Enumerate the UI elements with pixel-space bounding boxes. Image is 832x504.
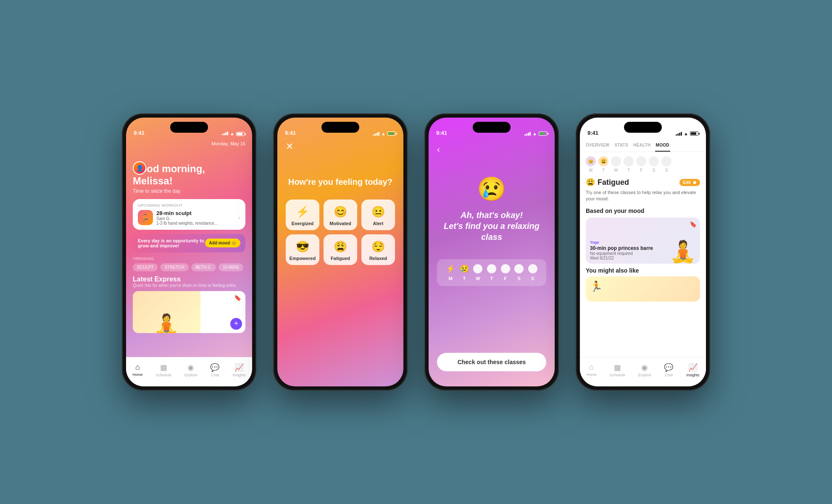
p4-nav-explore[interactable]: ◉ Explore	[638, 363, 651, 377]
week-days: M T W T F S S	[444, 276, 540, 281]
phone2-content: ✕ How're you feeling today? ⚡ Energized …	[277, 138, 403, 386]
week-dot-m: 😊	[586, 156, 596, 166]
p4-nav-chat[interactable]: 💬 Chat	[664, 363, 673, 377]
p4-nav-insights[interactable]: 📈 Insights	[686, 363, 699, 377]
mood-alert[interactable]: 😐 Alert	[361, 200, 395, 230]
edit-mood-button[interactable]: Edit ⏺	[679, 179, 700, 186]
latest-title: Latest Express	[133, 276, 245, 283]
p4-schedule-icon: ▦	[614, 363, 621, 372]
fatigued-emoji-big: 😩	[586, 178, 595, 187]
p4-nav-insights-label: Insights	[686, 373, 699, 377]
p4-day-t: T	[598, 168, 608, 173]
bookmark-class-icon[interactable]: 🔖	[690, 221, 697, 228]
phone1-content: 👤 Monday, May 16 Good morning, Melissa! …	[126, 138, 252, 386]
empowered-emoji: 😎	[296, 240, 309, 253]
p4-day-m: M	[586, 168, 596, 173]
also-card[interactable]: 🏃	[586, 276, 700, 302]
p4-nav-chat-label: Chat	[665, 373, 673, 377]
mood-banner-text: Every day is an opportunity to grow and …	[138, 238, 205, 248]
nav-insights[interactable]: 📈 Insights	[232, 363, 245, 377]
bookmark-icon[interactable]: 🔖	[234, 294, 241, 301]
time-1: 9:41	[134, 130, 145, 136]
mood-empowered[interactable]: 😎 Empowered	[286, 234, 319, 265]
class-name: 30-min pop princess barre	[590, 245, 696, 251]
mood-motivated[interactable]: 😊 Motivated	[324, 200, 357, 230]
relaxed-emoji: 😌	[371, 240, 385, 253]
status-icons-1: ▲	[222, 131, 245, 136]
day-w: W	[473, 276, 482, 281]
express-figure: 🧘	[154, 313, 179, 333]
p4-nav-schedule[interactable]: ▦ Schedule	[609, 363, 625, 377]
trending-label: TRENDING	[133, 257, 245, 261]
p4-insights-icon: 📈	[688, 363, 698, 372]
p4-nav-home[interactable]: ⌂ Home	[586, 363, 596, 377]
signal-icon-1	[222, 131, 228, 136]
phone-2: 9:41 ▲ ✕ How're you feeling today? ⚡ Ene…	[273, 113, 408, 391]
workout-info: 28-min sculpt Sam G. 1-3 lb hand weights…	[156, 210, 235, 226]
add-mood-icon: 😊	[231, 241, 236, 245]
dot-thu	[487, 264, 496, 273]
tag-bethc[interactable]: BETH C.	[191, 263, 216, 271]
week-day-labels: M T W T F S S	[586, 168, 700, 173]
back-button[interactable]: ‹	[437, 144, 440, 154]
fatigued-label-big: Fatigued	[598, 178, 629, 187]
close-button[interactable]: ✕	[286, 141, 293, 152]
week-dot-t2	[624, 156, 634, 166]
nav-insights-label: Insights	[232, 373, 245, 377]
nav-chat-label: Chat	[211, 373, 219, 377]
p4-nav-explore-label: Explore	[638, 373, 651, 377]
nav-schedule[interactable]: ▦ Schedule	[155, 363, 171, 377]
greeting-title: Good morning, Melissa!	[133, 163, 245, 187]
mood-energized[interactable]: ⚡ Energized	[286, 200, 319, 230]
tab-mood[interactable]: MOOD	[655, 141, 670, 152]
p4-day-s: S	[649, 168, 659, 173]
tag-10mins[interactable]: 10 MINS	[219, 263, 243, 271]
tab-health[interactable]: HEALTH	[632, 141, 652, 152]
current-mood-title: 😩 Fatigued	[586, 178, 629, 187]
nav-chat[interactable]: 💬 Chat	[210, 363, 219, 377]
time-3: 9:41	[436, 130, 447, 136]
tag-stretch[interactable]: STRETCH	[160, 263, 188, 271]
workout-card[interactable]: Upcoming workout 🏃 28-min sculpt Sam G. …	[133, 199, 245, 230]
tab-stats[interactable]: STATS	[613, 141, 629, 152]
nav-explore-label: Explore	[184, 373, 197, 377]
trending-tags: SCULPT STRETCH BETH C. 10 MINS	[133, 263, 245, 271]
tab-overview[interactable]: OVERVIEW	[585, 141, 610, 152]
class-card[interactable]: 🔖 🧘 Yoga 30-min pop princess barre No eq…	[586, 218, 700, 264]
week-mood-dots: 😊 😩	[586, 156, 700, 166]
wifi-icon-2: ▲	[381, 131, 386, 136]
mood-week-tracker: ⚡ 😢 M T W T F S S	[437, 259, 546, 286]
check-out-classes-button[interactable]: Check out these classes	[437, 353, 546, 371]
mood-relaxed[interactable]: 😌 Relaxed	[361, 234, 395, 265]
mood-dots: ⚡ 😢	[444, 264, 540, 273]
p4-day-f: F	[636, 168, 646, 173]
add-mood-button[interactable]: Add mood 😊	[205, 239, 240, 247]
nav-home-label: Home	[132, 373, 142, 377]
workout-title: 28-min sculpt	[156, 210, 235, 216]
relaxed-label: Relaxed	[369, 256, 387, 261]
mood-fatigued[interactable]: 😩 Fatigued	[324, 234, 357, 265]
phone4-content: OVERVIEW STATS HEALTH MOOD 😊 😩 M T	[580, 138, 706, 386]
bottom-nav-4: ⌂ Home ▦ Schedule ◉ Explore 💬 Chat 📈	[580, 357, 706, 386]
mood-question: How're you feeling today?	[288, 177, 392, 187]
workout-instructor: Sam G.	[156, 216, 235, 221]
dynamic-island-2	[321, 122, 359, 133]
plus-button[interactable]: +	[230, 318, 242, 330]
nav-explore[interactable]: ◉ Explore	[184, 363, 197, 377]
latest-subtitle: Quick hits for when you're short on time…	[133, 283, 245, 288]
latest-section: Latest Express Quick hits for when you'r…	[133, 276, 245, 333]
date-label: Monday, May 16	[133, 141, 245, 146]
tag-sculpt[interactable]: SCULPT	[133, 263, 158, 271]
day-s: S	[514, 276, 524, 281]
mood-result-emoji: 😢	[477, 175, 506, 203]
day-t: T	[460, 276, 469, 281]
status-icons-2: ▲	[373, 131, 396, 136]
nav-home[interactable]: ⌂ Home	[132, 363, 142, 377]
fatigued-label: Fatigued	[331, 256, 350, 261]
mood-banner[interactable]: Every day is an opportunity to grow and …	[133, 234, 245, 252]
express-card[interactable]: 🧘 🔖 +	[133, 291, 245, 333]
empowered-label: Empowered	[290, 256, 316, 261]
mood-result-message: Ah, that's okay!Let's find you a relaxin…	[437, 210, 546, 242]
day-m: M	[446, 276, 455, 281]
mood-tab-content: 😊 😩 M T W T F S S	[580, 152, 706, 306]
